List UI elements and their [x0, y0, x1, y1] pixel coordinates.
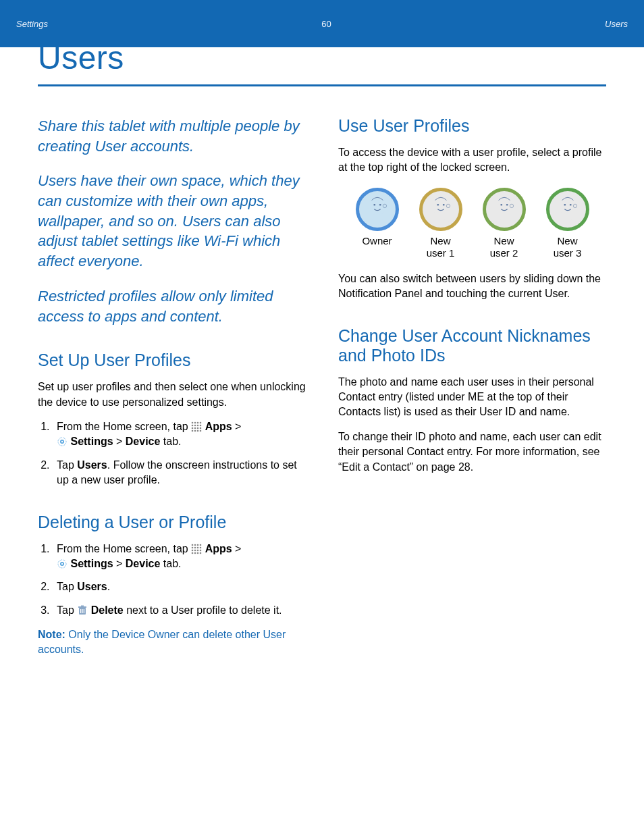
profile-0: Owner: [350, 188, 405, 259]
text: next to a User profile to delete it.: [124, 604, 282, 616]
intro-para-3: Restricted profiles allow only limited a…: [38, 286, 306, 326]
profile-label: Owner: [350, 235, 405, 247]
settings-gear-icon: [57, 558, 68, 569]
text: >: [113, 436, 126, 447]
svg-point-57: [564, 204, 566, 206]
profile-1: Newuser 1: [413, 188, 468, 259]
footer-page-number: 60: [321, 19, 331, 29]
device-label: Device: [126, 436, 161, 447]
settings-gear-icon: [57, 436, 68, 447]
text: Tap: [57, 581, 77, 592]
footer-left: Settings: [16, 19, 48, 29]
svg-point-55: [510, 204, 513, 207]
svg-point-33: [197, 552, 199, 554]
svg-point-37: [61, 563, 63, 565]
settings-label: Settings: [70, 436, 113, 447]
svg-point-30: [200, 549, 202, 551]
page-footer: Settings 60 Users: [0, 0, 644, 47]
profile-label: Newuser 2: [477, 235, 532, 259]
svg-point-51: [446, 204, 450, 207]
svg-rect-40: [81, 605, 84, 606]
svg-point-47: [383, 204, 386, 207]
apps-grid-icon: [191, 544, 202, 554]
svg-point-31: [192, 552, 194, 554]
apps-label: Apps: [205, 421, 232, 432]
svg-point-4: [192, 425, 194, 427]
delete-step-2: Tap Users.: [53, 579, 306, 594]
svg-point-5: [194, 425, 196, 427]
svg-point-3: [200, 422, 202, 424]
svg-point-11: [200, 427, 202, 429]
svg-point-7: [200, 425, 202, 427]
svg-point-26: [200, 546, 202, 548]
text: Tap: [57, 459, 77, 471]
svg-point-12: [192, 430, 194, 432]
svg-point-49: [437, 204, 439, 206]
avatar-icon: [419, 188, 462, 231]
heading-delete: Deleting a User or Profile: [38, 513, 306, 532]
svg-point-59: [573, 204, 576, 207]
heading-change: Change User Account Nicknames and Photo …: [338, 326, 606, 365]
profile-3: Newuser 3: [540, 188, 595, 259]
text: >: [113, 558, 126, 569]
svg-point-24: [194, 546, 196, 548]
svg-point-20: [194, 544, 196, 546]
title-rule: [38, 84, 606, 86]
users-label: Users: [77, 459, 107, 471]
svg-point-8: [192, 427, 194, 429]
text: >: [232, 543, 242, 554]
change-p2: To change their ID photo and name, each …: [338, 429, 606, 475]
text: tab.: [160, 558, 181, 569]
avatar-icon: [546, 188, 589, 231]
delete-step-1: From the Home screen, tap Apps > Se: [53, 542, 306, 572]
note-text: Only the Device Owner can delete other U…: [38, 629, 286, 655]
use-p1: To access the device with a user profile…: [338, 145, 606, 176]
intro-para-2: Users have their own space, which they c…: [38, 171, 306, 271]
right-column: Use User Profiles To access the device w…: [338, 116, 606, 667]
svg-point-58: [569, 204, 571, 206]
svg-point-2: [197, 422, 199, 424]
svg-point-21: [197, 544, 199, 546]
svg-point-1: [194, 422, 196, 424]
left-column: Share this tablet with multiple people b…: [38, 116, 306, 667]
profile-row: OwnerNewuser 1Newuser 2Newuser 3: [338, 188, 606, 259]
svg-point-14: [197, 430, 199, 432]
svg-rect-42: [82, 609, 83, 613]
device-label: Device: [126, 558, 161, 569]
svg-point-23: [192, 546, 194, 548]
change-p1: The photo and name each user uses in the…: [338, 375, 606, 420]
text: .: [107, 581, 110, 592]
svg-point-32: [194, 552, 196, 554]
profile-2: Newuser 2: [477, 188, 532, 259]
svg-point-45: [373, 204, 375, 206]
heading-use: Use User Profiles: [338, 116, 606, 136]
svg-point-0: [192, 422, 194, 424]
svg-point-34: [200, 552, 202, 554]
svg-point-19: [192, 544, 194, 546]
apps-label: Apps: [205, 543, 232, 554]
svg-point-15: [200, 430, 202, 432]
svg-point-53: [500, 204, 502, 206]
svg-rect-41: [80, 609, 81, 613]
use-p2: You can also switch between users by sli…: [338, 271, 606, 302]
setup-lead: Set up user profiles and then select one…: [38, 380, 306, 410]
text: >: [232, 421, 242, 432]
apps-grid-icon: [191, 421, 202, 432]
delete-step-3: Tap Delete next to a User profile to del…: [53, 603, 306, 618]
svg-point-50: [442, 204, 444, 206]
footer-right: Users: [605, 19, 628, 29]
heading-setup: Set Up User Profiles: [38, 350, 306, 370]
avatar-icon: [483, 188, 526, 231]
svg-point-28: [194, 549, 196, 551]
text: tab.: [160, 436, 181, 447]
svg-point-9: [194, 427, 196, 429]
intro-block: Share this tablet with multiple people b…: [38, 116, 306, 326]
svg-point-25: [197, 546, 199, 548]
profile-label: Newuser 1: [413, 235, 468, 259]
avatar-icon: [356, 188, 399, 231]
svg-rect-43: [84, 609, 84, 613]
delete-steps: From the Home screen, tap Apps > Se: [38, 542, 306, 619]
svg-point-6: [197, 425, 199, 427]
delete-label: Delete: [91, 604, 124, 616]
settings-label: Settings: [70, 558, 113, 569]
